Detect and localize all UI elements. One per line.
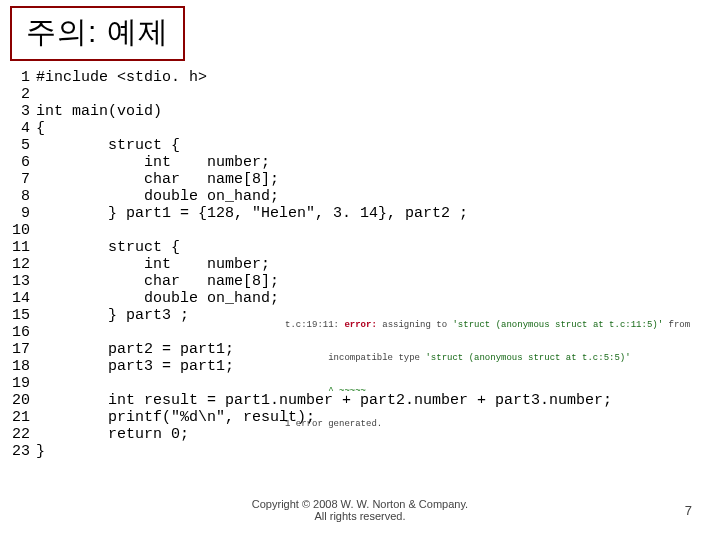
line-number: 15 xyxy=(12,307,36,324)
code-text: struct { xyxy=(36,239,180,256)
line-number: 9 xyxy=(12,205,36,222)
code-line: 7 char name[8]; xyxy=(12,171,720,188)
slide-title: 주의: 예제 xyxy=(26,15,169,48)
error-loc: t.c:19:11: xyxy=(285,320,344,330)
line-number: 13 xyxy=(12,273,36,290)
code-line: 13 char name[8]; xyxy=(12,273,720,290)
code-text: double on_hand; xyxy=(36,290,279,307)
code-text: char name[8]; xyxy=(36,273,279,290)
error-type-1: 'struct (anonymous struct at t.c:11:5)' xyxy=(452,320,663,330)
line-number: 21 xyxy=(12,409,36,426)
code-text: { xyxy=(36,120,45,137)
line-number: 2 xyxy=(12,86,36,103)
code-line: 6 int number; xyxy=(12,154,720,171)
line-number: 8 xyxy=(12,188,36,205)
line-number: 7 xyxy=(12,171,36,188)
code-text: double on_hand; xyxy=(36,188,279,205)
code-line: 2 xyxy=(12,86,720,103)
error-keyword: error: xyxy=(344,320,376,330)
code-line: 3int main(void) xyxy=(12,103,720,120)
error-text: assigning to xyxy=(377,320,453,330)
code-text: #include <stdio. h> xyxy=(36,69,207,86)
page-number: 7 xyxy=(685,503,692,518)
line-number: 4 xyxy=(12,120,36,137)
line-number: 12 xyxy=(12,256,36,273)
code-text: part2 = part1; xyxy=(36,341,234,358)
line-number: 19 xyxy=(12,375,36,392)
code-text: printf("%d\n", result); xyxy=(36,409,315,426)
code-line: 9 } part1 = {128, "Helen", 3. 14}, part2… xyxy=(12,205,720,222)
code-line: 8 double on_hand; xyxy=(12,188,720,205)
error-type-2: 'struct (anonymous struct at t.c:5:5)' xyxy=(425,353,630,363)
copyright-line-2: All rights reserved. xyxy=(0,510,720,522)
error-caret-line: ^ ~~~~~ xyxy=(285,386,690,397)
line-number: 6 xyxy=(12,154,36,171)
copyright-line-1: Copyright © 2008 W. W. Norton & Company. xyxy=(0,498,720,510)
line-number: 1 xyxy=(12,69,36,86)
line-number: 16 xyxy=(12,324,36,341)
line-number: 20 xyxy=(12,392,36,409)
line-number: 18 xyxy=(12,358,36,375)
code-text: int main(void) xyxy=(36,103,162,120)
line-number: 3 xyxy=(12,103,36,120)
error-summary: 1 error generated. xyxy=(285,419,690,430)
line-number: 14 xyxy=(12,290,36,307)
code-text: return 0; xyxy=(36,426,189,443)
error-text-2: incompatible type xyxy=(285,353,425,363)
code-line: 1#include <stdio. h> xyxy=(12,69,720,86)
error-line-2: incompatible type 'struct (anonymous str… xyxy=(285,353,690,364)
code-line: 5 struct { xyxy=(12,137,720,154)
code-text: int number; xyxy=(36,154,270,171)
code-line: 23} xyxy=(12,443,720,460)
line-number: 23 xyxy=(12,443,36,460)
error-line-1: t.c:19:11: error: assigning to 'struct (… xyxy=(285,320,690,331)
code-text: char name[8]; xyxy=(36,171,279,188)
code-text: } part3 ; xyxy=(36,307,189,324)
code-line: 10 xyxy=(12,222,720,239)
line-number: 5 xyxy=(12,137,36,154)
line-number: 17 xyxy=(12,341,36,358)
code-text: } xyxy=(36,443,45,460)
copyright-footer: Copyright © 2008 W. W. Norton & Company.… xyxy=(0,498,720,522)
slide-title-box: 주의: 예제 xyxy=(10,6,185,61)
code-line: 12 int number; xyxy=(12,256,720,273)
line-number: 10 xyxy=(12,222,36,239)
code-text: part3 = part1; xyxy=(36,358,234,375)
code-text: } part1 = {128, "Helen", 3. 14}, part2 ; xyxy=(36,205,468,222)
code-text: struct { xyxy=(36,137,180,154)
code-line: 11 struct { xyxy=(12,239,720,256)
line-number: 11 xyxy=(12,239,36,256)
line-number: 22 xyxy=(12,426,36,443)
code-line: 4{ xyxy=(12,120,720,137)
error-text-post: from xyxy=(663,320,690,330)
compiler-error-overlay: t.c:19:11: error: assigning to 'struct (… xyxy=(285,298,690,441)
code-text: int number; xyxy=(36,256,270,273)
